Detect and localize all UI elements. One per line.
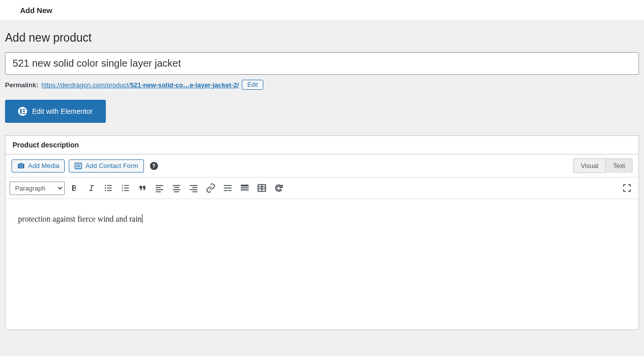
bold-button[interactable] (67, 181, 82, 196)
svg-rect-19 (156, 185, 164, 186)
svg-rect-34 (228, 190, 232, 191)
svg-rect-39 (247, 187, 249, 189)
svg-rect-40 (241, 190, 243, 191)
svg-rect-43 (247, 190, 249, 191)
table-button[interactable] (254, 181, 269, 196)
permalink-base: https://derdragon.com/product/ (41, 81, 130, 89)
svg-rect-12 (107, 190, 112, 191)
blockquote-button[interactable] (135, 181, 150, 196)
svg-rect-36 (241, 187, 243, 189)
numbered-list-button[interactable]: 123 (118, 181, 133, 196)
form-icon (74, 162, 82, 170)
svg-rect-22 (156, 192, 161, 193)
align-left-button[interactable] (152, 181, 167, 196)
add-contact-form-button[interactable]: Add Contact Form (69, 159, 144, 172)
svg-rect-1 (23, 109, 25, 110)
add-contact-form-label: Add Contact Form (85, 162, 138, 169)
paragraph-format-select[interactable]: Paragraph (10, 182, 65, 195)
camera-icon (17, 162, 25, 170)
elementor-icon (18, 107, 27, 116)
svg-rect-11 (107, 188, 112, 189)
product-description-box: Product description Add Media Add Contac… (5, 135, 639, 330)
editor-text: protection against fierce wind and rain (18, 215, 142, 223)
editor-toolbar: Paragraph 123 (6, 177, 638, 199)
link-button[interactable] (203, 181, 218, 196)
svg-rect-21 (156, 190, 164, 191)
svg-rect-10 (107, 185, 112, 186)
svg-rect-28 (193, 187, 198, 188)
svg-point-8 (105, 188, 106, 189)
permalink-label: Permalink: (5, 81, 38, 89)
tab-visual[interactable]: Visual (573, 158, 605, 173)
svg-rect-41 (243, 190, 245, 191)
top-bar: Add New (0, 0, 644, 21)
content-area: Add new product Permalink: https://derdr… (0, 21, 644, 340)
refresh-button[interactable] (271, 181, 286, 196)
tab-text[interactable]: Text (605, 158, 632, 173)
permalink-row: Permalink: https://derdragon.com/product… (5, 80, 639, 90)
svg-rect-2 (23, 111, 25, 112)
editor-tabs: Visual Text (573, 158, 632, 173)
help-icon[interactable]: ? (150, 162, 158, 170)
svg-rect-35 (241, 185, 249, 186)
bullet-list-button[interactable] (101, 181, 116, 196)
insert-more-button[interactable] (220, 181, 235, 196)
svg-rect-0 (20, 109, 22, 114)
edit-with-elementor-button[interactable]: Edit with Elementor (5, 100, 106, 123)
svg-rect-38 (245, 187, 247, 189)
text-cursor (142, 214, 142, 223)
permalink-link[interactable]: https://derdragon.com/product/521-new-so… (41, 81, 239, 89)
postbox-header: Product description (6, 136, 638, 154)
svg-rect-27 (190, 185, 198, 186)
svg-rect-32 (224, 188, 232, 189)
description-box-title: Product description (13, 141, 631, 149)
italic-button[interactable] (84, 181, 99, 196)
svg-rect-16 (124, 185, 129, 186)
editor-content-area[interactable]: protection against fierce wind and rain (6, 199, 638, 329)
svg-rect-26 (174, 192, 179, 193)
align-right-button[interactable] (186, 181, 201, 196)
svg-rect-29 (190, 190, 198, 191)
media-toolbar-row: Add Media Add Contact Form ? Visual Text (6, 154, 638, 177)
svg-rect-25 (173, 190, 181, 191)
page-title: Add new product (5, 31, 639, 45)
media-buttons: Add Media Add Contact Form ? (12, 159, 158, 172)
svg-rect-23 (173, 185, 181, 186)
product-title-input[interactable] (5, 52, 639, 75)
svg-rect-20 (156, 187, 161, 188)
svg-rect-42 (245, 190, 247, 191)
fullscreen-button[interactable] (619, 181, 634, 196)
svg-point-7 (105, 185, 106, 187)
toolbar-toggle-button[interactable] (237, 181, 252, 196)
top-bar-title: Add New (20, 6, 52, 15)
svg-rect-24 (174, 187, 179, 188)
svg-rect-37 (243, 187, 245, 189)
align-center-button[interactable] (169, 181, 184, 196)
svg-rect-30 (193, 192, 198, 193)
svg-rect-4 (75, 163, 82, 168)
svg-rect-17 (124, 188, 129, 189)
svg-rect-3 (23, 113, 25, 114)
svg-text:3: 3 (122, 189, 123, 192)
svg-rect-18 (124, 190, 129, 191)
add-media-button[interactable]: Add Media (12, 159, 65, 172)
edit-permalink-button[interactable]: Edit (242, 80, 263, 90)
svg-point-9 (105, 190, 106, 192)
elementor-label: Edit with Elementor (32, 107, 93, 115)
permalink-slug: 521-new-solid-co…e-layer-jacket-2/ (130, 81, 239, 89)
svg-rect-33 (224, 190, 228, 191)
svg-rect-31 (224, 185, 232, 186)
add-media-label: Add Media (28, 162, 59, 169)
